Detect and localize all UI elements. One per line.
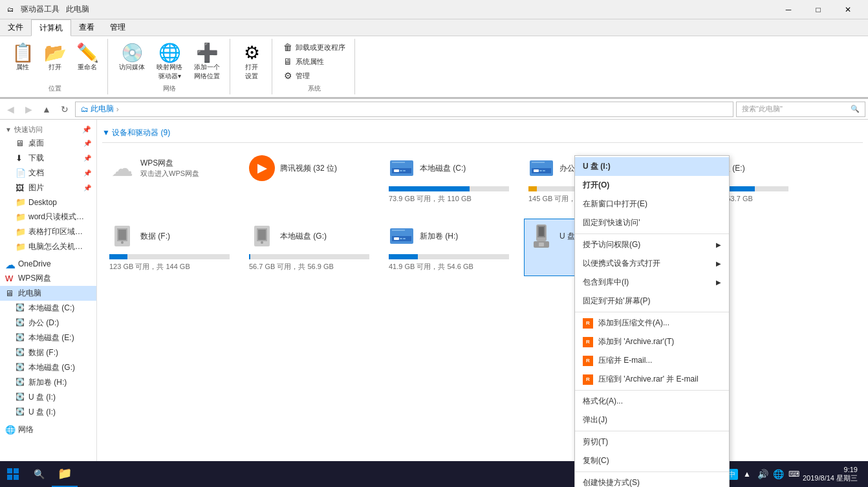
tray-volume[interactable]: 🔊 — [756, 469, 769, 479]
sidebar-item-h[interactable]: 💽 新加卷 (H:) — [0, 375, 96, 390]
taskbar-date-text: 2019/8/14 星期三 — [803, 473, 858, 483]
sidebar-item-table[interactable]: 📁 表格打印区域怎么设... — [0, 224, 96, 239]
wps-cloud-name: WPS网盘 — [140, 158, 230, 169]
u-drive-content-icon — [528, 223, 554, 249]
cm-item-portable[interactable]: 以便携式设备方式打开 ▶ — [575, 254, 729, 273]
ribbon-btn-open-settings[interactable]: ⚙ 打开设置 — [237, 40, 266, 83]
d-drive-bar — [528, 186, 537, 191]
sidebar-item-pc-shutdown[interactable]: 📁 电脑怎么关机截 已... — [0, 239, 96, 254]
cm-item-add-archive-rar[interactable]: R 添加到 'Archive.rar'(T) — [575, 332, 729, 351]
drive-wps-cloud[interactable]: ☁ WPS网盘 双击进入WPS网盘 — [105, 151, 234, 208]
sidebar-item-desktopfolder[interactable]: 📁 Desktop — [0, 195, 96, 210]
sidebar-item-network[interactable]: 🌐 网络 — [0, 422, 96, 437]
sidebar-item-i2[interactable]: 💽 U 盘 (I:) — [0, 405, 96, 420]
up-button[interactable]: ▲ — [39, 102, 54, 117]
cm-item-open[interactable]: 打开(O) — [575, 176, 729, 195]
ribbon-group-right-system: 🗑 卸载或更改程序 🖥 系统属性 ⚙ 管理 — [279, 40, 349, 83]
ribbon-btn-uninstall[interactable]: 🗑 卸载或更改程序 — [279, 41, 349, 54]
ribbon-btn-system-props[interactable]: 🖥 系统属性 — [279, 55, 349, 68]
cm-item-create-shortcut[interactable]: 创建快捷方式(S) — [575, 473, 729, 487]
address-path[interactable]: 🗂 此电脑 › — [75, 102, 733, 117]
svg-rect-7 — [392, 162, 405, 163]
cm-sep-1 — [575, 233, 729, 234]
ribbon-btn-add-network[interactable]: ➕ 添加一个网络位置 — [190, 40, 224, 83]
wps-icon: W — [5, 274, 16, 284]
sidebar-item-wps[interactable]: W WPS网盘 — [0, 271, 96, 286]
quick-access-arrow: ▼ — [5, 126, 12, 133]
tray-up-arrow[interactable]: ▲ — [741, 470, 754, 479]
sidebar-item-d[interactable]: 💽 办公 (D:) — [0, 316, 96, 330]
f-drive-content-icon — [109, 223, 135, 249]
cm-item-grant-access[interactable]: 授予访问权限(G) ▶ — [575, 235, 729, 254]
drive-g[interactable]: 本地磁盘 (G:) 56.7 GB 可用，共 56.9 GB — [244, 219, 374, 276]
tray-keyboard[interactable]: ⌨ — [787, 470, 800, 479]
ribbon-btn-manage[interactable]: ⚙ 管理 — [279, 69, 349, 82]
refresh-button[interactable]: ↻ — [57, 102, 72, 117]
g-drive-content-icon — [249, 223, 275, 249]
tab-manage[interactable]: 管理 — [102, 19, 133, 36]
drive-tencent[interactable]: ▶ 腾讯视频 (32 位) — [244, 151, 374, 208]
cm-item-open-new[interactable]: 在新窗口中打开(E) — [575, 195, 729, 213]
drive-c[interactable]: 本地磁盘 (C:) 73.9 GB 可用，共 110 GB — [384, 151, 514, 208]
ribbon-btn-rename[interactable]: ✏️ 重命名 — [72, 40, 102, 74]
sidebar-item-this-pc[interactable]: 🖥 此电脑 — [0, 286, 96, 301]
i1-drive-icon: 💽 — [16, 393, 26, 403]
rar-icon-2: R — [583, 337, 593, 347]
grant-access-arrow: ▶ — [716, 241, 721, 248]
ribbon-btn-open[interactable]: 📂 打开 — [40, 40, 70, 74]
ribbon-btn-properties[interactable]: 📋 属性 — [8, 40, 38, 74]
i2-drive-icon: 💽 — [16, 407, 26, 418]
c-drive-content-icon — [389, 155, 415, 181]
maximize-button[interactable]: □ — [803, 0, 833, 19]
sidebar-item-downloads[interactable]: ⬇ 下载 📌 — [0, 151, 96, 166]
cm-item-compress-email[interactable]: R 压缩并 E-mail... — [575, 351, 729, 370]
taskbar-clock[interactable]: 9:19 2019/8/14 星期三 — [803, 466, 863, 483]
cm-item-format[interactable]: 格式化(A)... — [575, 392, 729, 411]
cm-add-archive-with-icon: R 添加到压缩文件(A)... — [583, 318, 669, 329]
taskbar-app-explorer[interactable]: 📁 — [52, 461, 78, 487]
start-button[interactable] — [0, 461, 26, 487]
h-drive-bar — [389, 254, 418, 259]
tab-file[interactable]: 文件 — [0, 19, 31, 36]
title-controls: ─ □ ✕ — [774, 0, 863, 19]
cm-item-compress-rar-email[interactable]: R 压缩到 'Archive.rar' 并 E-mail — [575, 370, 729, 389]
sidebar-item-onedrive[interactable]: ☁ OneDrive — [0, 257, 96, 271]
taskbar-search-btn[interactable]: 🔍 — [26, 461, 52, 487]
cm-item-pin-start[interactable]: 固定到'开始'屏幕(P) — [575, 292, 729, 310]
drive-f[interactable]: 数据 (F:) 123 GB 可用，共 144 GB — [105, 219, 234, 276]
cm-item-cut[interactable]: 剪切(T) — [575, 433, 729, 451]
cm-compress-rar-email-with-icon: R 压缩到 'Archive.rar' 并 E-mail — [583, 374, 699, 385]
desktop-label: 桌面 — [28, 138, 44, 149]
cm-item-copy[interactable]: 复制(C) — [575, 451, 729, 470]
desktop-icon: 🖥 — [16, 138, 26, 149]
onedrive-label: OneDrive — [18, 259, 51, 268]
minimize-button[interactable]: ─ — [774, 0, 803, 19]
sidebar-item-e[interactable]: 💽 本地磁盘 (E:) — [0, 330, 96, 345]
sidebar-section-quick-access[interactable]: ▼ 快速访问 📌 — [0, 122, 96, 136]
table-folder-icon: 📁 — [16, 227, 26, 237]
tab-computer[interactable]: 计算机 — [31, 19, 71, 36]
g-drive-content-name: 本地磁盘 (G:) — [280, 231, 369, 242]
back-button[interactable]: ◀ — [3, 102, 18, 117]
cm-item-pin-quick[interactable]: 固定到'快速访问' — [575, 213, 729, 232]
tab-view[interactable]: 查看 — [71, 19, 102, 36]
ribbon-btn-media[interactable]: 💿 访问媒体 — [114, 40, 149, 74]
sidebar-item-desktop[interactable]: 🖥 桌面 📌 — [0, 136, 96, 151]
cm-item-eject[interactable]: 弹出(J) — [575, 411, 729, 429]
close-button[interactable]: ✕ — [833, 0, 863, 19]
search-box[interactable]: 搜索"此电脑" 🔍 — [736, 102, 865, 117]
drive-h[interactable]: 新加卷 (H:) 41.9 GB 可用，共 54.6 GB — [384, 219, 514, 276]
system-group-label: 系统 — [308, 83, 321, 93]
sidebar-item-g[interactable]: 💽 本地磁盘 (G:) — [0, 360, 96, 375]
sidebar-item-docs[interactable]: 📄 文档 📌 — [0, 166, 96, 180]
ribbon-btn-map-drive[interactable]: 🌐 映射网络驱动器▾ — [152, 40, 187, 83]
cm-item-library[interactable]: 包含到库中(I) ▶ — [575, 273, 729, 292]
sidebar-item-pictures[interactable]: 🖼 图片 📌 — [0, 180, 96, 195]
sidebar-item-word[interactable]: 📁 word只读模式怎么办... — [0, 210, 96, 224]
forward-button[interactable]: ▶ — [21, 102, 36, 117]
tray-network[interactable]: 🌐 — [772, 469, 785, 479]
sidebar-item-i1[interactable]: 💽 U 盘 (I:) — [0, 390, 96, 405]
cm-item-add-archive[interactable]: R 添加到压缩文件(A)... — [575, 314, 729, 332]
sidebar-item-c[interactable]: 💽 本地磁盘 (C:) — [0, 301, 96, 316]
sidebar-item-f[interactable]: 💽 数据 (F:) — [0, 345, 96, 360]
